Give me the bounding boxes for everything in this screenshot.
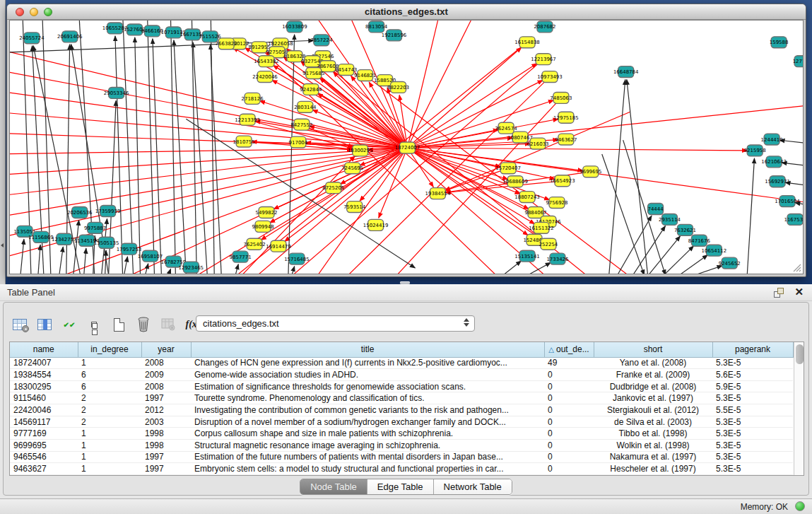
node[interactable]: 2087682: [534, 21, 555, 33]
edge[interactable]: [124, 257, 128, 274]
table-row[interactable]: 911546021997Tourette syndrome. Phenomeno…: [10, 392, 793, 404]
tab-network-table[interactable]: Network Table: [433, 479, 512, 494]
selected-node[interactable]: 16154838: [514, 37, 540, 48]
node[interactable]: 8813054: [365, 21, 388, 33]
node[interactable]: 8466160: [141, 25, 163, 37]
edge[interactable]: [211, 21, 214, 274]
edge[interactable]: [679, 255, 707, 274]
selected-node[interactable]: 7245695: [341, 163, 363, 174]
edge[interactable]: [193, 42, 207, 274]
table-row[interactable]: 1830029562008Estimation of significance …: [10, 380, 793, 392]
node[interactable]: 8215958: [744, 145, 766, 156]
edge[interactable]: [528, 262, 551, 274]
edge[interactable]: [235, 264, 238, 274]
node[interactable]: 1733426: [546, 253, 568, 264]
node[interactable]: 16648784: [613, 66, 639, 78]
edge[interactable]: [84, 248, 86, 274]
selected-edge[interactable]: [10, 112, 407, 148]
table-vertical-scrollbar[interactable]: [794, 342, 804, 475]
window-resize-grip[interactable]: [792, 262, 801, 272]
new-table-icon[interactable]: [110, 315, 128, 334]
network-view-window[interactable]: citations_edges.txt 18724007896012289129…: [6, 4, 806, 277]
edge[interactable]: [649, 236, 681, 274]
network-window-titlebar[interactable]: citations_edges.txt: [7, 4, 806, 20]
table-row[interactable]: 1872400712008Changes of HCN gene express…: [10, 357, 793, 369]
selected-node[interactable]: 917004: [289, 136, 308, 148]
network-canvas[interactable]: 1872400789601228912955182260589275058165…: [9, 20, 804, 274]
node[interactable]: 15716485: [284, 253, 310, 264]
node[interactable]: 29053346: [104, 87, 129, 98]
selected-node[interactable]: 7625402: [244, 238, 266, 250]
selected-node[interactable]: 2718126: [242, 93, 264, 104]
edge[interactable]: [695, 266, 722, 274]
selected-node[interactable]: 12975185: [553, 112, 579, 123]
show-columns-icon[interactable]: [35, 315, 54, 334]
node[interactable]: 9857771: [230, 251, 252, 262]
node[interactable]: 10654112: [702, 245, 727, 256]
memory-ok-indicator-icon[interactable]: [795, 501, 805, 511]
tab-edge-table[interactable]: Edge Table: [367, 479, 433, 494]
float-panel-icon[interactable]: [774, 288, 784, 298]
edge[interactable]: [747, 158, 754, 274]
selected-node[interactable]: 9175685: [302, 68, 324, 79]
selected-edge[interactable]: [10, 133, 407, 148]
selected-node[interactable]: 8725205: [322, 182, 344, 194]
edge[interactable]: [38, 245, 40, 274]
node[interactable]: 2935114: [659, 214, 681, 225]
edge[interactable]: [20, 239, 24, 274]
column-header-out_de[interactable]: △out_de...: [544, 342, 594, 357]
selected-node[interactable]: 9146821: [354, 70, 376, 81]
scrollbar-thumb[interactable]: [796, 344, 804, 364]
selected-edge[interactable]: [407, 105, 803, 148]
table-row[interactable]: 977716911998Corpus callosum shape and si…: [10, 428, 793, 440]
column-header-short[interactable]: short: [594, 342, 712, 357]
node[interactable]: 16033809: [282, 21, 307, 33]
node[interactable]: 1167533: [784, 214, 803, 225]
network-canvas-svg[interactable]: 1872400789601228912955182260589275058165…: [10, 21, 803, 274]
edge[interactable]: [602, 154, 645, 274]
node[interactable]: 1244419: [761, 134, 783, 145]
selected-node[interactable]: 9699695: [579, 166, 601, 177]
node[interactable]: 16210643: [761, 156, 787, 168]
node[interactable]: 9975887: [84, 222, 106, 233]
table-selector-dropdown[interactable]: citations_edges.txt: [196, 315, 475, 332]
edge[interactable]: [153, 39, 162, 274]
node[interactable]: 19218596: [382, 30, 407, 41]
edge[interactable]: [123, 21, 134, 274]
selected-node[interactable]: 5499822: [255, 207, 277, 218]
node[interactable]: 17016504: [775, 196, 800, 207]
node[interactable]: 159588: [770, 37, 789, 48]
selected-node[interactable]: 6216033: [526, 138, 548, 149]
selected-node[interactable]: 9809948: [252, 221, 273, 232]
table-row[interactable]: 946554611997Estimation of the future num…: [10, 451, 793, 463]
selected-node[interactable]: 9756928: [546, 197, 567, 209]
edge[interactable]: [503, 261, 521, 274]
selected-node[interactable]: 8822203: [387, 82, 409, 93]
edge[interactable]: [609, 79, 625, 274]
table-row[interactable]: 946362711997Embryonic stem cells: a mode…: [10, 463, 793, 475]
delete-table-icon[interactable]: [134, 315, 153, 334]
selected-node[interactable]: 252254: [539, 238, 558, 250]
selected-node[interactable]: 7485063: [550, 92, 572, 103]
column-header-pagerank[interactable]: pagerank: [712, 342, 793, 357]
selected-node[interactable]: 1810755: [233, 136, 255, 147]
selected-node[interactable]: 8427552: [290, 119, 312, 130]
table-row[interactable]: 1456911722003Disruption of a novel membe…: [10, 416, 793, 428]
column-header-year[interactable]: year: [141, 342, 191, 357]
table-options-icon[interactable]: [11, 315, 29, 334]
selected-node[interactable]: 15024419: [363, 219, 389, 230]
edge[interactable]: [288, 35, 295, 274]
table-row[interactable]: 2242004622012Investigating the contribut…: [10, 404, 793, 416]
table-row[interactable]: 1938455462009Genome-wide association stu…: [10, 369, 793, 381]
edge[interactable]: [292, 267, 295, 274]
node[interactable]: 74444: [647, 204, 664, 215]
column-header-name[interactable]: name: [10, 342, 78, 357]
node[interactable]: 20691406: [57, 31, 83, 42]
edge[interactable]: [779, 140, 803, 144]
column-header-in_degree[interactable]: in_degree: [78, 342, 141, 357]
table-row[interactable]: 969969511998Structural magnetic resonanc…: [10, 439, 793, 451]
clear-selection-icon[interactable]: [85, 315, 103, 334]
selected-node[interactable]: 7593514: [343, 201, 366, 213]
selected-node[interactable]: 9463627: [555, 134, 577, 145]
node[interactable]: 7515526: [199, 31, 221, 42]
